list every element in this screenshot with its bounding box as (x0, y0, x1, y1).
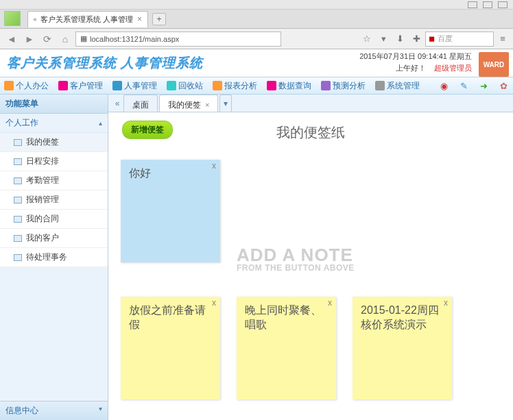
sidebar-group-label: 个人工作 (5, 117, 38, 129)
chevron-down-icon: ▾ (99, 405, 102, 417)
calendar-icon (14, 158, 22, 165)
greeting-label: 上午好！ (396, 64, 426, 72)
browser-search[interactable]: ◼ 百度 (425, 32, 494, 47)
sidebar-item-label: 我的客户 (26, 232, 59, 244)
header-info: 2015年07月31日 09:14:41 星期五 上午好！ 超级管理员 (359, 51, 472, 74)
chart-icon (321, 81, 331, 90)
placeholder-line1: ADD A NOTE (237, 246, 355, 264)
menu-label: 回收站 (178, 80, 203, 92)
menu-report[interactable]: 报表分析 (213, 80, 257, 92)
menu-data-query[interactable]: 数据查询 (267, 80, 311, 92)
close-icon[interactable]: × (205, 101, 209, 109)
content: « 桌面 我的便签 × ▾ 新增便签 我的便签纸 x 你好 ADD A NOTE… (108, 95, 513, 420)
sticky-note[interactable]: x 你好 (121, 160, 220, 262)
sidebar-item-label: 待处理事务 (26, 251, 67, 263)
note-close-icon[interactable]: x (212, 298, 216, 308)
people-icon (14, 235, 22, 242)
browser-tab[interactable]: ▫ 客户关系管理系统 人事管理 × (27, 11, 148, 27)
tab-title: 客户关系管理系统 人事管理 (40, 14, 133, 25)
customer-icon (58, 81, 68, 90)
tab-my-notes[interactable]: 我的便签 × (159, 95, 218, 112)
menu-recycle[interactable]: 回收站 (167, 80, 203, 92)
tabs-dropdown[interactable]: ▾ (219, 95, 232, 112)
page-title: 我的便签纸 (121, 123, 501, 142)
app-header: 客户关系管理系统 人事管理系统 2015年07月31日 09:14:41 星期五… (0, 49, 513, 77)
search-engine-icon: ◼ (429, 34, 435, 43)
sidebar: 功能菜单 个人工作 ▴ 我的便签 日程安排 考勤管理 报销管理 我的合同 我的客… (0, 95, 108, 420)
menu-personal-office[interactable]: 个人办公 (4, 80, 49, 92)
tool-icon[interactable]: ✚ (410, 33, 422, 45)
menu-icon[interactable]: ≡ (497, 33, 509, 45)
window-close[interactable] (498, 1, 508, 8)
sticky-note[interactable]: x 2015-01-22周四 核价系统演示 (353, 297, 452, 399)
sidebar-group-personal[interactable]: 个人工作 ▴ (0, 114, 108, 133)
main-menu: 个人办公 客户管理 人事管理 回收站 报表分析 数据查询 预测分析 系统管理 ◉… (0, 77, 513, 95)
datetime-label: 2015年07月31日 09:14:41 星期五 (359, 51, 472, 62)
person-icon (4, 81, 14, 90)
sticky-note[interactable]: x 晚上同时聚餐、唱歌 (237, 297, 336, 399)
report-icon (213, 81, 222, 90)
sidebar-item-attendance[interactable]: 考勤管理 (0, 171, 108, 190)
sidebar-item-label: 日程安排 (26, 156, 59, 167)
app-title: 客户关系管理系统 人事管理系统 (7, 54, 203, 72)
sidebar-item-pending[interactable]: 待处理事务 (0, 248, 108, 267)
browser-toolbar-icons: ☆ ▾ ⬇ ✚ (361, 33, 422, 45)
star-icon[interactable]: ☆ (361, 33, 373, 45)
close-icon[interactable]: × (137, 14, 142, 24)
hr-icon (112, 81, 122, 90)
sticky-note[interactable]: x 放假之前准备请假 (121, 297, 220, 399)
home-button[interactable]: ⌂ (58, 32, 73, 47)
tab-desktop[interactable]: 桌面 (123, 95, 158, 112)
url-text: localhost:13121/main.aspx (90, 35, 179, 43)
note-icon (14, 139, 22, 146)
menu-label: 人事管理 (124, 80, 157, 92)
menu-extra-1[interactable]: ◉ (439, 79, 449, 92)
menu-hr[interactable]: 人事管理 (112, 80, 157, 92)
new-tab-button[interactable]: + (152, 13, 166, 25)
sidebar-item-my-customers[interactable]: 我的客户 (0, 229, 108, 248)
sidebar-footer-label: 信息中心 (5, 405, 38, 417)
sidebar-header: 功能菜单 (0, 95, 108, 114)
dropdown-icon[interactable]: ▾ (377, 33, 390, 45)
sidebar-item-contract[interactable]: 我的合同 (0, 210, 108, 229)
download-icon[interactable]: ⬇ (394, 33, 406, 45)
menu-forecast[interactable]: 预测分析 (321, 80, 366, 92)
sidebar-footer[interactable]: 信息中心 ▾ (0, 401, 108, 420)
menu-customer[interactable]: 客户管理 (58, 80, 103, 92)
menu-label: 数据查询 (278, 80, 311, 92)
sidebar-item-expense[interactable]: 报销管理 (0, 190, 108, 210)
globe-icon: ▦ (80, 34, 87, 43)
tab-label: 桌面 (132, 99, 149, 111)
search-placeholder: 百度 (438, 34, 453, 44)
reload-button[interactable]: ⟳ (40, 32, 55, 47)
note-text: 晚上同时聚餐、唱歌 (245, 304, 322, 330)
menu-system[interactable]: 系统管理 (375, 80, 420, 92)
menu-label: 个人办公 (16, 80, 49, 92)
menu-extra-3[interactable]: ➜ (479, 79, 489, 92)
add-note-placeholder: ADD A NOTE FROM THE BUTTON ABOVE (237, 246, 355, 272)
page-icon: ▫ (34, 15, 36, 23)
admin-label[interactable]: 超级管理员 (434, 64, 472, 72)
sidebar-item-schedule[interactable]: 日程安排 (0, 152, 108, 171)
back-button[interactable]: ◄ (4, 32, 19, 47)
note-text: 放假之前准备请假 (129, 304, 206, 330)
note-close-icon[interactable]: x (212, 161, 216, 171)
forward-button[interactable]: ► (22, 32, 37, 47)
window-minimize[interactable] (468, 1, 477, 8)
ward-badge: WARD (479, 52, 509, 77)
menu-extra-4[interactable]: ✿ (499, 79, 509, 92)
window-maximize[interactable] (483, 1, 492, 8)
sidebar-item-my-notes[interactable]: 我的便签 (0, 133, 108, 152)
menu-extra-2[interactable]: ✎ (459, 79, 469, 92)
new-note-button[interactable]: 新增便签 (122, 121, 173, 139)
money-icon (14, 197, 22, 203)
tabs-prev-button[interactable]: « (111, 95, 123, 112)
note-text: 你好 (129, 167, 151, 179)
task-icon (14, 254, 22, 261)
note-close-icon[interactable]: x (444, 298, 448, 308)
browser-favicon (4, 11, 21, 26)
notes-row-bottom: x 放假之前准备请假 x 晚上同时聚餐、唱歌 x 2015-01-22周四 核价… (121, 297, 501, 413)
url-input[interactable]: ▦ localhost:13121/main.aspx (75, 32, 281, 47)
sidebar-items: 我的便签 日程安排 考勤管理 报销管理 我的合同 我的客户 待处理事务 (0, 133, 108, 267)
note-close-icon[interactable]: x (328, 298, 332, 308)
